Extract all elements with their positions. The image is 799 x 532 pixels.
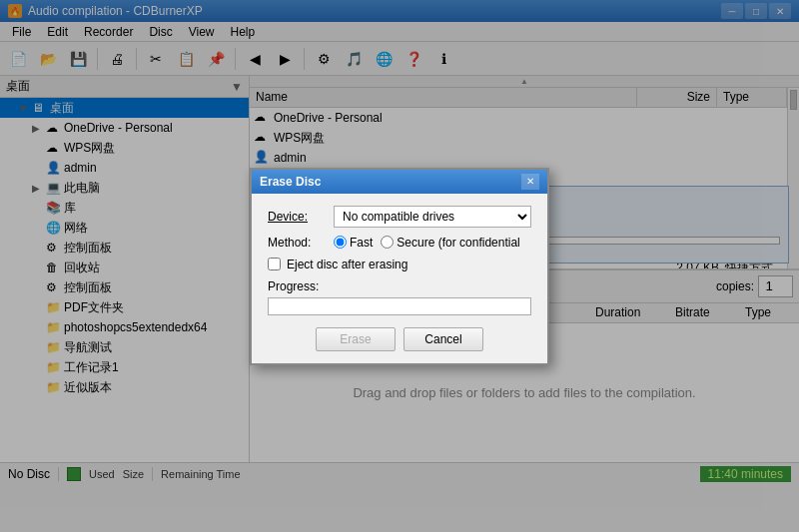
- secure-label: Secure (for confidential: [397, 236, 519, 250]
- secure-radio[interactable]: [381, 236, 394, 249]
- modal-buttons: Erase Cancel: [268, 327, 531, 351]
- fast-radio[interactable]: [334, 236, 347, 249]
- progress-label: Progress:: [268, 279, 531, 293]
- method-row: Method: Fast Secure (for confidential: [268, 236, 531, 250]
- modal-title-bar: Erase Disc ✕: [252, 170, 547, 194]
- erase-disc-modal: Erase Disc ✕ Device: No compatible drive…: [250, 168, 549, 365]
- modal-title: Erase Disc: [260, 175, 321, 189]
- eject-label: Eject disc after erasing: [287, 258, 407, 271]
- eject-row: Eject disc after erasing: [268, 258, 531, 271]
- modal-body: Device: No compatible drives Method: Fas…: [252, 194, 547, 363]
- device-row: Device: No compatible drives: [268, 206, 531, 228]
- progress-section: Progress:: [268, 279, 531, 315]
- secure-radio-label[interactable]: Secure (for confidential: [381, 236, 519, 250]
- fast-radio-label[interactable]: Fast: [334, 236, 373, 250]
- cancel-button[interactable]: Cancel: [403, 327, 483, 351]
- device-select[interactable]: No compatible drives: [334, 206, 531, 228]
- method-label: Method:: [268, 236, 328, 250]
- fast-label: Fast: [350, 236, 373, 250]
- progress-bar: [268, 297, 531, 315]
- method-radio-group: Fast Secure (for confidential: [334, 236, 520, 250]
- modal-close-button[interactable]: ✕: [521, 174, 539, 190]
- eject-checkbox[interactable]: [268, 258, 281, 270]
- erase-confirm-button[interactable]: Erase: [316, 327, 396, 351]
- device-label: Device:: [268, 210, 328, 224]
